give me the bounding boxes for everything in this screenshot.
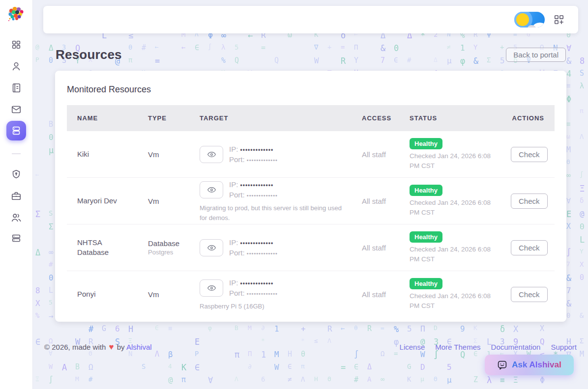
reveal-target-button[interactable] <box>200 279 223 297</box>
top-header-bar <box>43 6 578 33</box>
last-checked-text: Checked Jan 24, 2026 6:08 PM CST <box>410 198 497 217</box>
check-button[interactable]: Check <box>511 194 548 209</box>
copyright-text: © 2026, made with ♥ by Alshival <box>44 342 152 352</box>
target-cell: IP: ••••••••••••• Port: ••••••••••••• Mi… <box>200 179 362 222</box>
port-label: Port: <box>229 289 245 297</box>
table-row: Ponyi Vm IP: ••••••••••••• Port: •••••••… <box>67 271 555 318</box>
port-label: Port: <box>229 249 245 257</box>
column-header-type: TYPE <box>148 114 200 122</box>
monitored-resources-card: Monitored Resources NAME TYPE TARGET ACC… <box>55 71 566 322</box>
status-cell: Healthy Checked Jan 24, 2026 6:08 PM CST <box>410 278 511 310</box>
reveal-target-button[interactable] <box>200 181 223 198</box>
sidebar-item-teams[interactable] <box>11 212 22 223</box>
last-checked-text: Checked Jan 24, 2026 6:08 PM CST <box>410 291 497 310</box>
sidebar-item-security[interactable] <box>11 169 22 180</box>
ask-alshival-button[interactable]: Ask Alshival <box>485 355 574 375</box>
footer-link-support[interactable]: Support <box>551 343 577 351</box>
footer-link-documentation[interactable]: Documentation <box>491 343 541 351</box>
check-button[interactable]: Check <box>511 240 548 255</box>
port-masked-value: ••••••••••••• <box>247 193 278 198</box>
check-button[interactable]: Check <box>511 287 548 302</box>
alshival-link[interactable]: Alshival <box>126 343 152 351</box>
port-masked-value: ••••••••••••• <box>247 250 278 256</box>
ip-masked-value: ••••••••••••• <box>240 182 274 189</box>
port-masked-value: ••••••••••••• <box>247 291 278 297</box>
resource-name: Kiki <box>77 149 124 159</box>
mail-icon <box>11 104 22 115</box>
address-book-icon <box>11 83 22 93</box>
status-cell: Healthy Checked Jan 24, 2026 6:08 PM CST <box>410 138 511 170</box>
back-to-portal-button[interactable]: Back to portal <box>506 48 566 62</box>
reveal-target-button[interactable] <box>200 239 223 256</box>
ip-masked-value: ••••••••••••• <box>240 280 274 287</box>
heart-icon: ♥ <box>109 342 114 352</box>
sidebar-item-contacts[interactable] <box>11 83 22 93</box>
resource-name: Maryori Dev <box>77 196 124 206</box>
chat-bot-icon <box>497 360 507 370</box>
eye-icon <box>207 283 216 293</box>
sidebar-item-profile[interactable] <box>11 61 22 72</box>
shield-lock-icon <box>11 169 22 180</box>
footer-link-license[interactable]: License <box>400 343 425 351</box>
status-cell: Healthy Checked Jan 24, 2026 6:08 PM CST <box>410 231 511 264</box>
status-badge: Healthy <box>410 185 442 196</box>
table-row: NHTSA Database Database Postgres IP: •••… <box>67 224 555 271</box>
port-masked-value: ••••••••••••• <box>247 157 278 163</box>
ip-label: IP: <box>229 238 238 247</box>
ask-alshival-label: Ask Alshival <box>512 360 561 370</box>
server-icon <box>11 125 22 136</box>
resource-type: Database <box>148 239 200 248</box>
brain-logo[interactable] <box>6 5 25 23</box>
port-label: Port: <box>229 191 245 199</box>
resource-note: Raspberry Pi 5 (16GB) <box>200 302 345 311</box>
sidebar-item-work[interactable] <box>11 191 22 201</box>
target-cell: IP: ••••••••••••• Port: ••••••••••••• <box>200 237 362 258</box>
resource-name: Ponyi <box>77 289 124 299</box>
sidebar-item-servers[interactable] <box>11 233 22 244</box>
ip-masked-value: ••••••••••••• <box>240 240 274 247</box>
status-badge: Healthy <box>410 278 442 289</box>
target-cell: IP: ••••••••••••• Port: ••••••••••••• Ra… <box>200 278 362 311</box>
footer-links: License More Themes Documentation Suppor… <box>400 343 577 351</box>
eye-icon <box>207 150 216 159</box>
dashboard-grid-icon <box>11 39 22 50</box>
sidebar-divider <box>12 153 21 154</box>
table-row: Kiki Vm IP: ••••••••••••• Port: ••••••••… <box>67 131 555 178</box>
ip-label: IP: <box>229 278 238 287</box>
user-icon <box>11 61 22 72</box>
eye-icon <box>207 243 216 252</box>
eye-icon <box>207 185 216 194</box>
add-widget-button[interactable] <box>554 14 564 25</box>
card-title: Monitored Resources <box>67 84 555 95</box>
status-cell: Healthy Checked Jan 24, 2026 6:08 PM CST <box>410 185 511 217</box>
port-label: Port: <box>229 155 245 164</box>
page-title: Resources <box>56 47 122 62</box>
access-value: All staff <box>362 149 392 160</box>
check-button[interactable]: Check <box>511 147 548 162</box>
access-value: All staff <box>362 196 392 206</box>
access-value: All staff <box>362 289 392 300</box>
status-badge: Healthy <box>410 138 442 149</box>
resource-type: Vm <box>148 150 200 159</box>
sidebar-item-resources-active[interactable] <box>6 121 26 140</box>
resource-type: Vm <box>148 290 200 299</box>
footer-link-more-themes[interactable]: More Themes <box>435 343 480 351</box>
sidebar-item-dashboard[interactable] <box>11 39 22 50</box>
status-badge: Healthy <box>410 231 442 243</box>
column-header-access: ACCESS <box>362 114 410 122</box>
reveal-target-button[interactable] <box>200 146 223 163</box>
resource-note: Migrating to prod, but this server is st… <box>200 203 345 222</box>
copyright-by: by <box>117 343 125 351</box>
resource-type: Vm <box>148 197 200 205</box>
resource-type-sub: Postgres <box>148 249 200 256</box>
target-cell: IP: ••••••••••••• Port: ••••••••••••• <box>200 144 362 165</box>
table-header-row: NAME TYPE TARGET ACCESS STATUS ACTIONS <box>67 105 555 131</box>
resource-name: NHTSA Database <box>77 238 124 258</box>
sidebar-item-mail[interactable] <box>11 104 22 115</box>
sidebar <box>0 0 32 389</box>
column-header-name: NAME <box>77 114 148 122</box>
ip-label: IP: <box>229 145 238 153</box>
users-icon <box>11 212 22 223</box>
day-night-theme-toggle[interactable] <box>514 12 545 28</box>
copyright-prefix: © 2026, made with <box>44 343 106 351</box>
